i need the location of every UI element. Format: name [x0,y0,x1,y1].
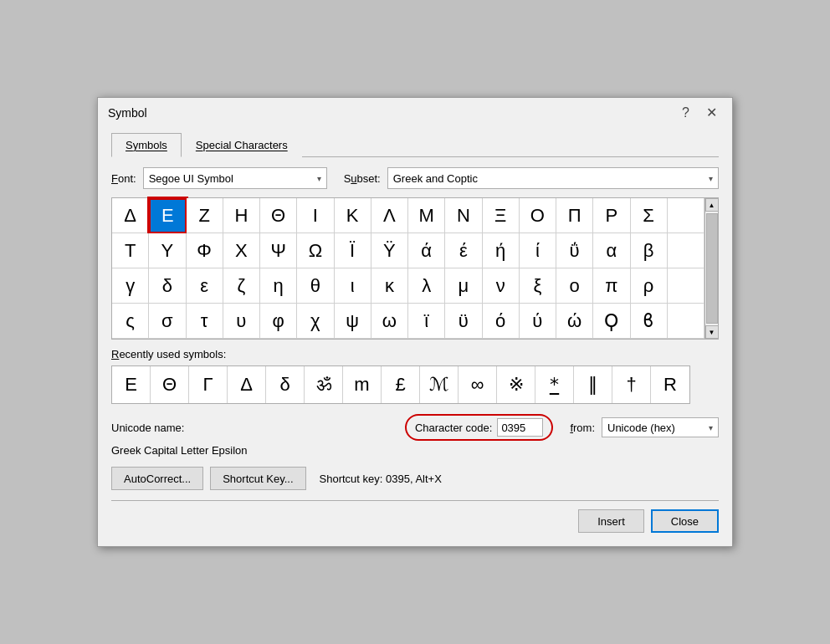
symbol-cell[interactable]: Λ [371,198,408,233]
symbol-cell[interactable]: ϐ [631,304,668,339]
title-bar-right: ? ✕ [677,105,722,121]
tab-symbols[interactable]: Symbols [111,133,182,157]
symbol-cell[interactable]: μ [445,268,482,304]
dialog-body: Symbols Special Characters Font: Segoe U… [98,125,732,546]
symbol-cell[interactable]: η [260,268,297,304]
symbol-cell[interactable]: Ϊ [335,233,371,268]
symbol-cell[interactable]: π [593,268,630,304]
symbol-cell[interactable]: Η [223,198,260,233]
close-button[interactable]: Close [651,509,719,533]
symbol-cell[interactable]: ό [483,304,520,339]
recently-used-cell[interactable]: £ [382,366,420,403]
symbol-cell[interactable]: Υ [149,233,186,268]
symbol-cell[interactable]: τ [187,304,223,339]
symbol-cell[interactable]: ψ [335,304,371,339]
symbol-cell[interactable]: Σ [631,198,668,233]
recently-used-cell[interactable]: ॐ [305,366,343,403]
symbol-cell[interactable]: ι [335,268,371,304]
recently-used-cell[interactable]: Ε [112,366,151,403]
recently-used-cell[interactable]: δ [266,366,305,403]
scroll-up-button[interactable]: ▲ [705,198,719,212]
scroll-down-button[interactable]: ▼ [705,325,719,339]
help-button[interactable]: ? [677,105,694,121]
symbol-cell[interactable]: ί [520,233,556,268]
symbol-cell[interactable]: ά [408,233,445,268]
symbol-cell[interactable]: θ [297,268,334,304]
symbol-cell[interactable]: δ [149,268,186,304]
symbol-cell[interactable]: ύ [520,304,556,339]
symbol-cell[interactable]: χ [297,304,334,339]
symbol-cell[interactable]: β [631,233,668,268]
symbol-cell[interactable]: Ϙ [593,304,630,339]
recently-used-cell[interactable]: ℳ [420,366,459,403]
autocorrect-button[interactable]: AutoCorrect... [111,467,203,490]
symbol-cell[interactable]: Ζ [187,198,223,233]
scroll-thumb[interactable] [706,213,718,324]
symbol-cell[interactable]: Μ [408,198,445,233]
recently-used-cell[interactable]: Θ [151,366,189,403]
symbol-cell[interactable]: γ [112,268,149,304]
char-code-input[interactable] [497,418,543,437]
symbol-cell[interactable]: Ο [520,198,556,233]
symbol-cell[interactable]: Κ [335,198,371,233]
recently-used-cell[interactable]: † [612,366,651,403]
symbol-cell[interactable]: Ν [445,198,482,233]
recently-used-cell[interactable]: Δ [228,366,266,403]
recently-used-cell[interactable]: Γ [189,366,228,403]
symbol-cell[interactable]: ω [371,304,408,339]
symbol-cell[interactable]: Δ [112,198,149,233]
symbol-cell[interactable]: α [593,233,630,268]
symbol-cell[interactable]: ϊ [408,304,445,339]
symbol-cell[interactable]: ς [112,304,149,339]
symbol-cell[interactable]: Π [556,198,593,233]
tab-special-characters[interactable]: Special Characters [182,133,302,157]
symbol-cell[interactable]: υ [223,304,260,339]
symbol-cell[interactable]: Χ [223,233,260,268]
symbol-cell[interactable]: κ [371,268,408,304]
recently-used-cell[interactable]: *̲ [535,366,574,403]
symbol-cell[interactable]: Ξ [483,198,520,233]
symbol-cell[interactable]: Ι [297,198,334,233]
recently-used-cell[interactable]: ※ [497,366,535,403]
symbol-cell[interactable]: έ [445,233,482,268]
symbol-cell[interactable]: λ [408,268,445,304]
shortcut-key-button[interactable]: Shortcut Key... [210,467,305,490]
unicode-info-row: Unicode name: Character code: from: Unic… [111,414,719,441]
recently-used-cell[interactable]: m [343,366,382,403]
recently-used-cell[interactable]: ‖ [574,366,612,403]
symbol-cell[interactable]: ρ [631,268,668,304]
symbol-cell[interactable]: Φ [187,233,223,268]
symbol-cell[interactable] [668,268,704,304]
shortcut-display: Shortcut key: 0395, Alt+X [320,473,442,485]
font-dropdown[interactable]: Segoe UI Symbol ▾ [143,167,327,189]
from-dropdown[interactable]: Unicode (hex) ▾ [602,417,719,437]
symbol-cell[interactable]: Ψ [260,233,297,268]
symbol-cell[interactable]: ν [483,268,520,304]
symbol-cell[interactable] [668,198,704,233]
symbol-cell[interactable]: σ [149,304,186,339]
symbol-cell[interactable]: ο [556,268,593,304]
symbol-cell[interactable] [668,304,704,339]
symbol-cell[interactable] [668,233,704,268]
symbol-cell[interactable]: Ε [149,198,186,233]
unicode-name-label: Unicode name: [111,422,184,434]
subset-dropdown[interactable]: Greek and Coptic ▾ [387,167,719,189]
tab-symbols-label: Symbols [126,139,167,151]
symbol-cell[interactable]: φ [260,304,297,339]
symbol-cell[interactable]: Ρ [593,198,630,233]
symbol-cell[interactable]: Τ [112,233,149,268]
symbol-cell[interactable]: ΰ [556,233,593,268]
symbol-cell[interactable]: ή [483,233,520,268]
window-close-button[interactable]: ✕ [701,105,722,121]
symbol-cell[interactable]: ε [187,268,223,304]
symbol-cell[interactable]: ϋ [445,304,482,339]
symbol-cell[interactable]: ζ [223,268,260,304]
insert-button[interactable]: Insert [578,509,644,533]
recently-used-cell[interactable]: ∞ [459,366,497,403]
symbol-cell[interactable]: Θ [260,198,297,233]
symbol-cell[interactable]: ώ [556,304,593,339]
symbol-cell[interactable]: ξ [520,268,556,304]
recently-used-cell[interactable]: R [651,366,689,403]
symbol-cell[interactable]: Ϋ [371,233,408,268]
symbol-cell[interactable]: Ω [297,233,334,268]
